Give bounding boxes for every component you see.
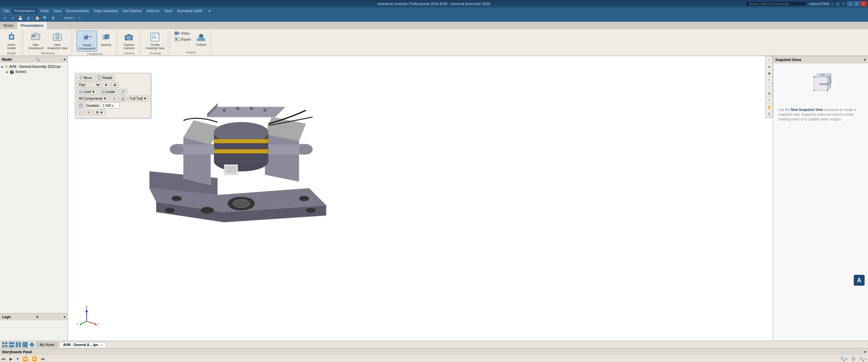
nav-icon-4[interactable] [22,342,28,347]
close-button[interactable]: × [861,1,867,6]
viewport[interactable]: Move Rotate Part Assembly ▼ ⊕ Local ▼ [68,56,773,341]
create-drawing-view-button[interactable]: + CreateDrawing View [144,31,166,51]
publish-button[interactable]: PUBLISH Publish [194,31,209,47]
component-clear-btn[interactable]: ⊕ [111,82,119,88]
tab-presentation[interactable]: Presentation [17,22,47,29]
menu-autodesk-a360[interactable]: Autodesk A360 [175,8,205,14]
new-storyboard-button[interactable]: NEW NewStoryboard [27,31,45,51]
component-select[interactable]: Part Assembly [76,82,101,88]
move-button[interactable]: Move [76,75,94,81]
avm-tab-close[interactable]: × [101,343,102,347]
all-components-btn[interactable]: All Components ▼ [76,96,109,101]
trail-btn-1[interactable]: ⤢ [110,96,118,101]
nav-icon-3[interactable] [16,342,21,347]
svg-marker-63 [265,134,299,182]
tweak-components-button[interactable]: TweakComponents [76,31,97,52]
autodesk-logo-button[interactable]: A [854,275,865,286]
zoom-window[interactable]: ⤢ [766,97,773,104]
to-start-btn[interactable]: ⏮ [0,356,7,362]
qa-settings[interactable]: ⚙ [50,15,56,21]
menu-presentation[interactable]: Presentation [12,8,37,14]
local-dropdown-btn[interactable]: Local ▼ [76,89,98,95]
raster-button[interactable]: Raster [173,37,192,42]
nav-icon-2[interactable] [9,342,14,347]
trail-btn-2[interactable]: ◫ [119,96,127,101]
menu-view[interactable]: View [51,8,64,14]
svg-text:TOP: TOP [820,74,825,76]
full-trail-btn[interactable]: Full Trail ▼ [128,96,149,101]
model-panel-close[interactable]: × [64,58,66,61]
menu-get-started[interactable]: Get Started [121,8,144,14]
cart-icon[interactable]: 🛒 [836,2,840,6]
options-button[interactable]: ⚙ ▼ [93,110,106,115]
zoom-full[interactable]: ⊡ [766,111,773,117]
snapshot-close-btn[interactable]: × [864,58,866,62]
confirm-button[interactable]: ✓ [76,110,84,115]
search-help-input[interactable] [746,1,807,6]
menu-tools[interactable]: Tools [38,8,51,14]
qa-redo[interactable]: ↪ [9,15,16,21]
nav-tab-my-home[interactable]: My Home [36,342,58,347]
svg-point-32 [175,38,177,40]
zoom-pan-up[interactable]: ▲ [766,63,773,70]
nav-icon-5[interactable] [29,342,35,347]
tree-item-scene1[interactable]: ▶ 🎬 Scene1 [1,69,66,74]
zoom-in[interactable]: + [766,77,773,83]
menu-vault[interactable]: Vault [162,8,174,14]
zoom-pan[interactable]: ✋ [766,104,773,111]
view-cube[interactable]: FRONT RIGHT TOP [807,70,834,97]
qa-search[interactable]: 🔍 [42,15,49,21]
play-pause-btn[interactable]: ▶ [8,356,14,362]
menu-environments[interactable]: Environments [64,8,91,14]
zoom-fit[interactable]: ⊞ [766,90,773,97]
minimize-button[interactable]: − [847,1,853,6]
help-icon[interactable]: ? [842,2,844,6]
menu-expand[interactable]: ▾ [207,8,213,14]
nav-tab-avm-assembly[interactable]: AVM - General A....ipn × [59,342,106,347]
menu-file[interactable]: File [1,8,12,14]
qa-undo[interactable]: ↩ [1,15,8,21]
qa-model-close[interactable]: × [76,15,83,21]
step-fwd-btn[interactable]: ⏩ [31,356,38,362]
insert-model-button[interactable]: InsertModel [4,31,19,51]
svg-point-57 [165,208,175,213]
capture-camera-button[interactable]: CaptureCamera [121,31,136,51]
link-btn[interactable]: 🔗 [119,89,127,95]
zoom-orbit[interactable]: ◉ [766,70,773,77]
svg-rect-23 [127,34,130,36]
tree-item-assembly[interactable]: ▶ ⚙ AVM - General Assembly 2018.ipn [1,64,66,69]
component-arrow-btn[interactable]: ▼ [102,82,110,88]
video-button[interactable]: Video [173,31,192,36]
menu-add-ins[interactable]: Add-Ins [144,8,161,14]
opacity-button[interactable]: Opacity [99,31,113,47]
zoom-timeline-in[interactable]: 🔍+ [839,356,849,362]
tab-model[interactable]: Model [0,22,17,29]
full-trail-label: Full Trail [130,97,143,100]
qa-print[interactable]: 🖨 [25,15,32,21]
qa-save[interactable]: 💾 [17,15,24,21]
qa-home[interactable]: 🏠 [34,15,41,21]
zoom-timeline-fit[interactable]: ⊡ [850,356,856,362]
window-controls[interactable]: − □ × [847,1,867,6]
svg-marker-3 [11,32,13,33]
new-snapshot-button[interactable]: NEW NewSnapshot View [46,31,69,51]
menu-data-standard[interactable]: Data Standard [92,8,120,14]
nav-icon-1[interactable] [2,342,7,347]
zoom-timeline-out[interactable]: 🔍− [858,356,868,362]
locate-button[interactable]: Locate [99,89,118,95]
logic-panel-close[interactable]: × [64,315,66,319]
model-panel-search[interactable]: 🔍 [35,57,40,62]
zoom-out[interactable]: − [766,83,773,90]
zoom-home[interactable]: ⌂ [766,56,773,63]
maximize-button[interactable]: □ [854,1,860,6]
storyboards-close[interactable]: × [864,350,866,354]
cancel-button[interactable]: ✕ [85,110,92,115]
to-end-btn[interactable]: ⏭ [40,356,47,362]
star-icon[interactable]: ☆ [831,2,834,6]
rotate-button[interactable]: Rotate [95,75,114,81]
play-dropdown-btn[interactable]: ▾ [15,356,20,362]
duration-input[interactable] [101,102,120,109]
step-back-btn[interactable]: ⏪ [21,356,29,362]
logic-panel-expand[interactable]: ▾ [36,315,38,319]
my-home-label: My Home [40,343,54,347]
